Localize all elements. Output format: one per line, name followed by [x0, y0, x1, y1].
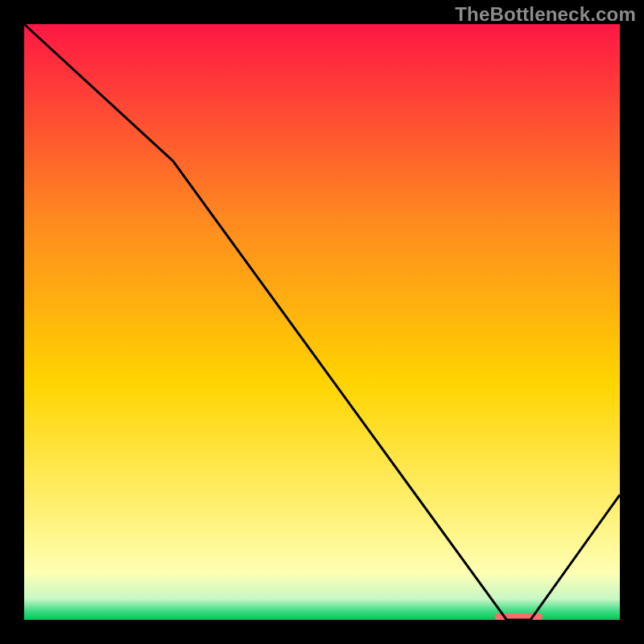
bottleneck-chart: [0, 0, 644, 644]
chart-stage: TheBottleneck.com: [0, 0, 644, 644]
watermark-text: TheBottleneck.com: [455, 3, 636, 26]
plot-background: [24, 24, 620, 620]
